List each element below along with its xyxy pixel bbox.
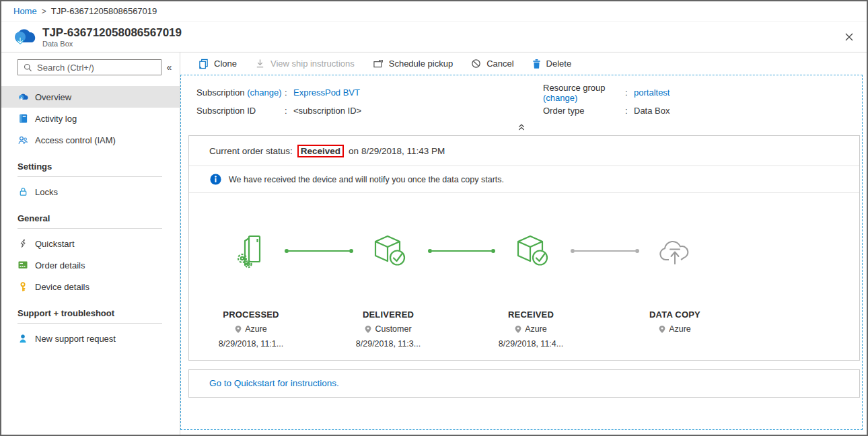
cloud-upload-icon (618, 231, 732, 271)
lock-icon (17, 186, 28, 197)
colon: : (285, 87, 293, 98)
breadcrumb-home-link[interactable]: Home (13, 6, 37, 16)
sidebar-item-device-details[interactable]: Device details (1, 276, 180, 297)
colon: : (625, 87, 634, 98)
sidebar-item-quickstart[interactable]: Quickstart (1, 233, 180, 254)
subscription-row: Subscription (change) : ExpressPod BVT (196, 83, 543, 102)
search-icon (24, 63, 32, 72)
sidebar-collapse-button[interactable]: « (161, 61, 177, 74)
resource-group-value-link[interactable]: portaltest (634, 87, 670, 98)
status-suffix: on 8/29/2018, 11:43 PM (349, 146, 445, 156)
sidebar-search-row: « (17, 59, 177, 75)
schedule-pickup-button[interactable]: Schedule pickup (373, 59, 453, 69)
activity-log-icon (17, 113, 28, 124)
key-icon (17, 281, 28, 292)
info-icon (210, 174, 221, 185)
databox-cloud-icon (11, 26, 36, 48)
delete-button[interactable]: Delete (532, 59, 572, 69)
sidebar-item-new-support-request[interactable]: New support request (1, 328, 180, 349)
close-icon[interactable] (842, 30, 856, 44)
essentials-collapse-button[interactable] (517, 122, 526, 133)
resource-group-label: Resource group (change) (543, 83, 625, 103)
delete-label: Delete (546, 59, 572, 69)
sidebar-section-general: General (1, 203, 180, 228)
sidebar: « Overview (1, 52, 180, 435)
milestone-location: Azure (194, 324, 308, 334)
breadcrumb: Home > TJP-636712058086567019 (1, 1, 867, 22)
milestone-location-text: Customer (375, 324, 411, 334)
sidebar-nav: Overview Activity log (1, 86, 180, 349)
info-message-row: We have received the device and will not… (189, 166, 859, 193)
sidebar-item-label: Overview (35, 92, 71, 102)
subscription-label-text: Subscription (196, 87, 245, 98)
sidebar-item-label: Access control (IAM) (35, 135, 116, 145)
blade-header: TJP-636712058086567019 Data Box (1, 22, 867, 52)
subscription-id-value: <subscription ID> (293, 106, 361, 116)
sidebar-item-label: New support request (35, 334, 116, 344)
resource-group-label-text: Resource group (543, 83, 606, 93)
sidebar-item-label: Order details (35, 260, 85, 270)
milestone-date: 8/29/2018, 11:1... (194, 339, 308, 349)
resource-group-row: Resource group (change) : portaltest (543, 83, 670, 102)
colon: : (285, 106, 293, 116)
sidebar-section-support: Support + troubleshoot (1, 297, 180, 323)
clone-label: Clone (214, 59, 237, 69)
milestone-location: Customer (331, 324, 445, 334)
search-input[interactable] (37, 63, 155, 73)
pickup-box-icon (373, 59, 384, 69)
milestone-name: RECEIVED (474, 310, 588, 320)
quickstart-instructions-link[interactable]: Go to Quickstart for instructions. (209, 378, 339, 388)
overview-panel: Subscription (change) : ExpressPod BVT S… (180, 75, 863, 430)
order-progress-timeline: PROCESSED Azure 8/29/2018, 11:1... (189, 193, 859, 360)
milestone-name: DELIVERED (331, 310, 445, 320)
page-title: TJP-636712058086567019 (42, 26, 182, 39)
essentials: Subscription (change) : ExpressPod BVT S… (181, 83, 862, 120)
milestone-location: Azure (618, 324, 732, 334)
breadcrumb-current: TJP-636712058086567019 (51, 6, 157, 16)
breadcrumb-separator: > (42, 7, 46, 16)
milestone-location-text: Azure (245, 324, 267, 334)
colon: : (625, 106, 634, 116)
double-chevron-up-icon (517, 122, 526, 131)
cancel-button[interactable]: Cancel (471, 59, 513, 69)
subscription-change-link[interactable]: (change) (247, 87, 281, 98)
order-type-row: Order type : Data Box (543, 102, 670, 120)
clone-button[interactable]: Clone (198, 59, 237, 69)
milestone-date: 8/29/2018, 11:3... (331, 339, 445, 349)
order-type-label: Order type (543, 106, 625, 116)
sidebar-item-overview[interactable]: Overview (1, 86, 180, 108)
sidebar-item-access-control[interactable]: Access control (IAM) (1, 129, 180, 151)
sidebar-item-label: Activity log (35, 114, 77, 124)
milestone-location-text: Azure (669, 324, 691, 334)
location-pin-icon (235, 325, 242, 334)
view-ship-instructions-button[interactable]: View ship instructions (255, 59, 355, 69)
sidebar-item-label: Quickstart (35, 239, 75, 249)
divider (17, 323, 162, 324)
milestone-data-copy: DATA COPY Azure (618, 231, 732, 339)
databox-cloud-icon (17, 92, 28, 102)
blade-content: Clone View ship instructions Schedule pi… (180, 52, 867, 435)
order-type-value: Data Box (634, 106, 670, 116)
resource-group-change-link[interactable]: (change) (543, 93, 577, 103)
cancel-prohibit-icon (471, 59, 481, 69)
search-box[interactable] (17, 59, 161, 75)
sidebar-item-activity-log[interactable]: Activity log (1, 108, 180, 129)
milestone-location-text: Azure (525, 324, 547, 334)
location-pin-icon (365, 325, 371, 334)
current-order-status-row: Current order status: Received on 8/29/2… (189, 136, 859, 166)
trash-icon (532, 59, 541, 69)
divider (17, 228, 162, 229)
blade-titles: TJP-636712058086567019 Data Box (42, 26, 182, 48)
sidebar-section-settings: Settings (1, 151, 180, 176)
sidebar-item-locks[interactable]: Locks (1, 181, 180, 203)
essentials-right-column: Resource group (change) : portaltest Ord… (543, 83, 670, 120)
schedule-pickup-label: Schedule pickup (389, 59, 453, 69)
sidebar-item-order-details[interactable]: Order details (1, 254, 180, 276)
command-bar: Clone View ship instructions Schedule pi… (180, 52, 867, 75)
subscription-value-link[interactable]: ExpressPod BVT (293, 87, 360, 98)
support-person-icon (17, 333, 28, 344)
order-status-card: Current order status: Received on 8/29/2… (188, 135, 860, 361)
quickstart-link-card: Go to Quickstart for instructions. (188, 369, 860, 398)
location-pin-icon (515, 325, 521, 334)
subscription-id-row: Subscription ID : <subscription ID> (196, 102, 543, 120)
